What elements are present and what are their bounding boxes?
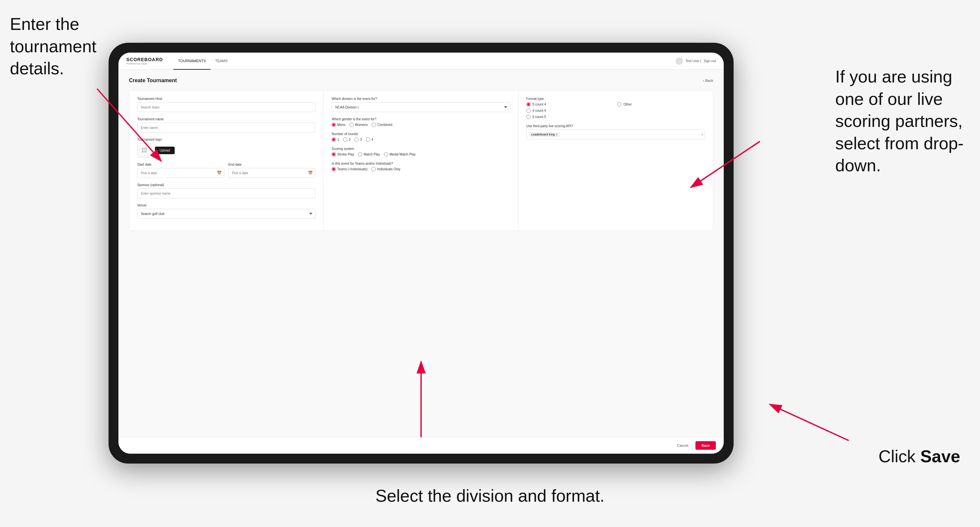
gender-mens[interactable]: Mens — [332, 123, 345, 127]
page-header: Create Tournament ‹ Back — [129, 78, 713, 84]
rounds-label: Number of rounds — [332, 132, 510, 136]
division-group: Which division is the event for? NCAA Di… — [332, 97, 510, 112]
live-scoring-tag-label: Leaderboard King — [531, 133, 555, 136]
gender-mens-radio[interactable] — [332, 123, 336, 127]
format-radio-group: 5 count 4 6 count 4 6 count 5 — [527, 102, 614, 119]
tournament-host-group: Tournament Host — [137, 97, 315, 112]
form-col-2: Which division is the event for? NCAA Di… — [324, 90, 518, 230]
format-other-radio[interactable] — [617, 102, 621, 106]
nav-teams[interactable]: TEAMS — [210, 52, 232, 70]
scoring-match[interactable]: Match Play — [358, 152, 380, 157]
tournament-name-label: Tournament name — [137, 117, 315, 121]
sponsor-input[interactable] — [137, 188, 315, 198]
gender-mens-label: Mens — [337, 123, 345, 127]
format-6count5-label: 6 count 5 — [533, 115, 546, 119]
teams-label: Is this event for Teams and/or Individua… — [332, 162, 510, 165]
search-team-input[interactable] — [137, 102, 315, 112]
end-date-group: End date 📅 — [228, 163, 315, 178]
format-6count4-radio[interactable] — [527, 108, 531, 113]
live-scoring-group: Use third-party live scoring API? Leader… — [527, 124, 705, 140]
scoring-match-radio[interactable] — [358, 152, 362, 157]
live-scoring-wrap: Leaderboard King × ▾ — [527, 130, 705, 140]
annotation-bottom-right: Click Save — [878, 446, 960, 468]
gender-group: Which gender is the event for? Mens Wome… — [332, 117, 510, 127]
save-bold: Save — [920, 447, 960, 466]
scoring-stroke-radio[interactable] — [332, 152, 336, 157]
rounds-4-radio[interactable] — [366, 137, 370, 142]
rounds-3-radio[interactable] — [354, 137, 359, 142]
form-layout: Tournament Host Tournament name Tourname… — [129, 90, 713, 231]
format-6count5[interactable]: 6 count 5 — [527, 115, 614, 119]
scoring-match-label: Match Play — [364, 152, 380, 156]
format-6count4[interactable]: 6 count 4 — [527, 108, 614, 113]
tournament-name-input[interactable] — [137, 123, 315, 132]
format-type-group: Format type 5 count 4 6 count 4 — [527, 97, 705, 119]
scoring-medal[interactable]: Medal Match Play — [384, 152, 415, 157]
save-button[interactable]: Save — [695, 441, 716, 450]
rounds-1-radio[interactable] — [332, 137, 336, 142]
end-date-input[interactable] — [228, 168, 315, 178]
nav-links: TOURNAMENTS TEAMS — [173, 52, 232, 70]
gender-womens-radio[interactable] — [349, 123, 354, 127]
annotation-top-right: If you are using one of our live scoring… — [835, 66, 974, 177]
format-5count4-radio[interactable] — [527, 102, 531, 106]
start-date-group: Start date 📅 — [137, 163, 224, 178]
upload-button[interactable]: Upload — [155, 147, 175, 154]
brand: SCOREBOARD Powered by clippi — [126, 57, 163, 65]
tournament-logo-label: Tournament logo — [137, 138, 315, 141]
back-button[interactable]: ‹ Back — [703, 79, 713, 83]
venue-select[interactable]: Search golf club — [137, 209, 315, 219]
format-type-row: 5 count 4 6 count 4 6 count 5 — [527, 102, 705, 119]
logo-upload-area: 🖼 Upload — [137, 143, 315, 157]
rounds-2-radio[interactable] — [343, 137, 347, 142]
brand-title: SCOREBOARD — [126, 57, 163, 62]
teams-teams-radio[interactable] — [332, 167, 336, 171]
gender-womens[interactable]: Womens — [349, 123, 368, 127]
rounds-4-label: 4 — [371, 138, 373, 141]
nav-tournaments[interactable]: TOURNAMENTS — [173, 52, 210, 70]
teams-teams[interactable]: Teams (+Individuals) — [332, 167, 368, 171]
rounds-2[interactable]: 2 — [343, 137, 351, 142]
user-label: Test User | — [686, 59, 702, 63]
format-other-label: Other — [624, 103, 632, 106]
tag-close-icon[interactable]: × — [556, 133, 558, 137]
live-scoring-arrow-icon: ▾ — [702, 133, 703, 136]
start-date-label: Start date — [137, 163, 224, 167]
end-date-label: End date — [228, 163, 315, 167]
scoring-medal-radio[interactable] — [384, 152, 388, 157]
navbar: SCOREBOARD Powered by clippi TOURNAMENTS… — [118, 52, 724, 70]
format-other-group: Other — [617, 102, 705, 119]
tablet-frame: SCOREBOARD Powered by clippi TOURNAMENTS… — [108, 43, 733, 464]
teams-group: Is this event for Teams and/or Individua… — [332, 162, 510, 171]
division-select[interactable]: NCAA Division I — [332, 102, 510, 112]
gender-combined-radio[interactable] — [372, 123, 376, 127]
rounds-2-label: 2 — [349, 138, 351, 141]
scoring-stroke[interactable]: Stroke Play — [332, 152, 354, 157]
navbar-right: Test User | Sign out — [676, 57, 716, 65]
format-type-label: Format type — [527, 97, 705, 101]
format-6count5-radio[interactable] — [527, 115, 531, 119]
teams-individuals[interactable]: Individuals Only — [371, 167, 400, 171]
sign-out-link[interactable]: Sign out — [704, 59, 716, 63]
format-5count4[interactable]: 5 count 4 — [527, 102, 614, 106]
live-scoring-tag: Leaderboard King × — [529, 132, 560, 137]
rounds-3[interactable]: 3 — [354, 137, 362, 142]
division-label: Which division is the event for? — [332, 97, 510, 101]
sponsor-group: Sponsor (optional) — [137, 183, 315, 198]
scoring-group: Scoring system Stroke Play Match Play — [332, 147, 510, 157]
date-group: Start date 📅 End date 📅 — [137, 163, 315, 178]
page-title: Create Tournament — [129, 78, 177, 84]
brand-subtitle: Powered by clippi — [126, 62, 163, 65]
format-5count4-label: 5 count 4 — [533, 103, 546, 106]
rounds-1[interactable]: 1 — [332, 137, 339, 142]
logo-placeholder: 🖼 — [137, 143, 152, 157]
live-scoring-select[interactable]: Leaderboard King × — [527, 130, 705, 140]
rounds-4[interactable]: 4 — [366, 137, 373, 142]
gender-womens-label: Womens — [355, 123, 368, 127]
teams-individuals-radio[interactable] — [371, 167, 376, 171]
gender-combined[interactable]: Combined — [372, 123, 393, 127]
format-other[interactable]: Other — [617, 102, 705, 106]
start-date-input[interactable] — [137, 168, 224, 178]
annotation-top-left: Enter the tournament details. — [10, 13, 122, 80]
cancel-button[interactable]: Cancel — [673, 441, 692, 449]
